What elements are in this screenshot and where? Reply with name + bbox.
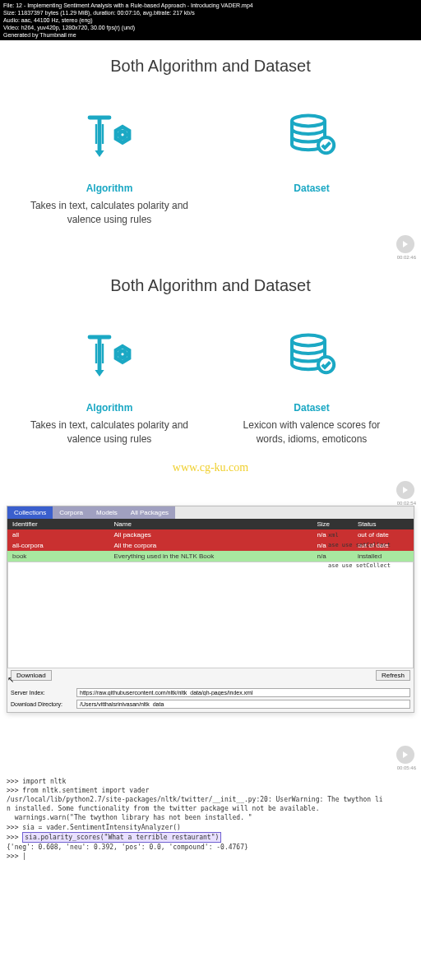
tab-all-packages[interactable]: All Packages [124, 506, 175, 519]
refresh-button[interactable]: Refresh [376, 670, 410, 681]
col-name[interactable]: Name [109, 519, 312, 529]
play-button[interactable] [396, 235, 414, 253]
video-metadata: File: 12 - Implementing Sentiment Analys… [0, 0, 421, 40]
slide-title: Both Algorithm and Dataset [8, 276, 413, 295]
meta-audio: Audio: aac, 44100 Hz, stereo (eng) [3, 16, 418, 24]
algorithm-label: Algorithm [18, 402, 200, 414]
dataset-label: Dataset [220, 183, 402, 194]
algorithm-column: Algorithm Takes in text, calculates pola… [18, 100, 200, 227]
download-dir-label: Download Directory: [11, 701, 76, 707]
nltk-list-body[interactable] [7, 562, 414, 668]
dataset-icon [220, 320, 402, 394]
tab-collections[interactable]: Collections [7, 506, 53, 519]
algorithm-column: Algorithm Takes in text, calculates pola… [18, 320, 200, 446]
col-status[interactable]: Status [353, 519, 414, 529]
svg-point-4 [292, 335, 325, 346]
dataset-label: Dataset [220, 402, 402, 414]
meta-generator: Generated by Thumbnail me [3, 31, 418, 39]
python-terminal[interactable]: >>> import nltk >>> from nltk.sentiment … [0, 770, 421, 868]
dataset-column: Dataset Lexicon with valence scores for … [220, 320, 402, 446]
dataset-icon [220, 100, 402, 174]
svg-point-1 [292, 116, 325, 127]
watermark: www.cg-ku.com [0, 455, 421, 481]
dataset-desc: Lexicon with valence scores for words, i… [220, 418, 402, 446]
algorithm-icon [18, 100, 200, 174]
server-index-input[interactable] [76, 688, 410, 697]
play-button[interactable] [396, 746, 414, 764]
tab-models[interactable]: Models [90, 506, 124, 519]
col-identifier[interactable]: Identifier [7, 519, 109, 529]
server-index-label: Server Index: [11, 690, 76, 696]
meta-size: Size: 11837397 bytes (11.29 MiB), durati… [3, 9, 418, 16]
col-size[interactable]: Size [312, 519, 353, 529]
slide-1: Both Algorithm and Dataset Algorithm Tak… [0, 40, 421, 235]
meta-video: Video: h264, yuv420p, 1280x720, 30.00 fp… [3, 24, 418, 31]
algorithm-desc: Takes in text, calculates polarity and v… [18, 199, 200, 227]
slide-2: Both Algorithm and Dataset Algorithm Tak… [0, 260, 421, 455]
download-dir-input[interactable] [76, 700, 410, 709]
algorithm-desc: Takes in text, calculates polarity and v… [18, 418, 200, 446]
svg-point-0 [119, 132, 126, 138]
algorithm-label: Algorithm [18, 183, 200, 194]
slide-title: Both Algorithm and Dataset [8, 57, 413, 76]
svg-point-3 [119, 351, 126, 358]
background-terminal-text: xml ase use setCollect ase use setCollec… [328, 530, 421, 571]
highlighted-code: sia.polarity_scores("What a terrible res… [22, 832, 221, 843]
tab-corpora[interactable]: Corpora [53, 506, 90, 519]
dataset-column: Dataset [220, 100, 402, 227]
meta-file: File: 12 - Implementing Sentiment Analys… [3, 2, 418, 9]
algorithm-icon [18, 320, 200, 394]
nltk-tabs: Collections Corpora Models All Packages [7, 506, 414, 519]
timestamp: 00:05:46 [397, 765, 416, 770]
play-button[interactable] [396, 481, 414, 499]
download-button[interactable]: Download [11, 670, 52, 681]
